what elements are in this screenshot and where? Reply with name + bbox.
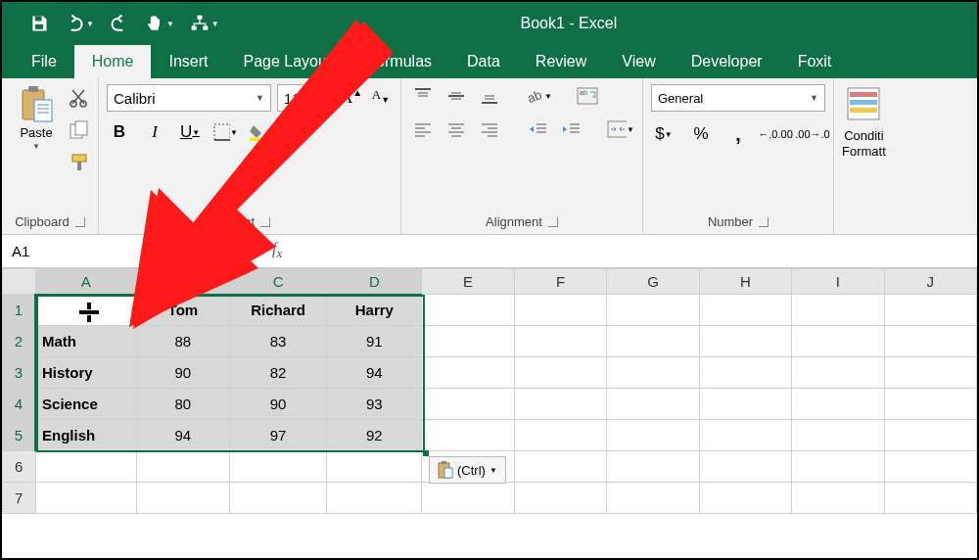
cell[interactable] xyxy=(699,326,791,357)
cell[interactable] xyxy=(422,389,514,420)
col-header[interactable]: F xyxy=(514,269,606,295)
cell[interactable] xyxy=(327,483,422,514)
tab-review[interactable]: Review xyxy=(518,45,604,78)
cell[interactable] xyxy=(422,420,514,451)
increase-font-icon[interactable]: A▲ xyxy=(340,86,363,110)
cell[interactable] xyxy=(792,357,884,389)
select-all-corner[interactable] xyxy=(3,269,36,295)
cell[interactable]: 94 xyxy=(136,420,229,451)
cell[interactable] xyxy=(884,295,976,326)
cell[interactable] xyxy=(699,357,791,389)
row-header[interactable]: 5 xyxy=(3,420,36,451)
tab-data[interactable]: Data xyxy=(449,45,518,78)
tab-page-layout[interactable]: Page Layout xyxy=(225,45,349,78)
cell[interactable] xyxy=(607,295,699,326)
cell[interactable]: English xyxy=(35,420,136,451)
insert-function-icon[interactable]: fx xyxy=(272,240,282,261)
align-left-icon[interactable] xyxy=(409,117,437,141)
cell[interactable]: 90 xyxy=(229,389,326,420)
cell[interactable] xyxy=(514,451,606,483)
dialog-launcher-icon[interactable] xyxy=(260,217,270,227)
cell[interactable] xyxy=(792,451,884,483)
decrease-indent-icon[interactable] xyxy=(525,117,552,141)
row-header[interactable]: 6 xyxy=(3,451,36,483)
cell[interactable] xyxy=(229,483,326,514)
cell[interactable] xyxy=(792,295,884,326)
cell[interactable] xyxy=(35,451,136,483)
cell[interactable]: Tom xyxy=(136,295,229,326)
cell[interactable] xyxy=(792,326,884,357)
cell[interactable] xyxy=(884,451,976,483)
cell[interactable] xyxy=(884,357,976,389)
cell[interactable] xyxy=(884,420,976,451)
accounting-format-button[interactable]: $ ▼ xyxy=(651,121,676,147)
tab-file[interactable]: File xyxy=(14,45,74,78)
cell[interactable] xyxy=(884,389,976,420)
col-header[interactable]: C xyxy=(229,269,326,295)
fill-color-button[interactable]: ▼ xyxy=(248,119,273,145)
cell[interactable]: 91 xyxy=(327,326,422,357)
org-chart-icon[interactable]: ▼ xyxy=(190,14,219,33)
row-header[interactable]: 7 xyxy=(3,483,36,514)
format-painter-icon[interactable] xyxy=(69,153,90,175)
font-name-combo[interactable]: Calibri▼ xyxy=(107,84,271,112)
cell[interactable] xyxy=(514,389,606,420)
name-box[interactable]: A1▼ xyxy=(2,235,204,267)
save-icon[interactable] xyxy=(29,14,49,33)
touch-mode-icon[interactable]: ▼ xyxy=(145,14,174,33)
cell[interactable]: Harry xyxy=(327,295,422,326)
cut-icon[interactable] xyxy=(69,88,90,111)
row-header[interactable]: 2 xyxy=(3,326,36,357)
col-header[interactable]: B xyxy=(136,269,229,295)
cell[interactable] xyxy=(699,451,791,483)
cell[interactable] xyxy=(514,295,606,326)
col-header[interactable]: I xyxy=(792,269,884,295)
cancel-icon[interactable]: ✕ xyxy=(217,242,230,260)
col-header[interactable]: H xyxy=(699,269,791,295)
cell[interactable]: 83 xyxy=(229,326,326,357)
increase-indent-icon[interactable] xyxy=(558,117,585,141)
cell[interactable] xyxy=(327,451,422,483)
col-header[interactable]: G xyxy=(607,269,699,295)
paste-options-tag[interactable]: (Ctrl) ▼ xyxy=(429,456,506,484)
cell[interactable] xyxy=(35,483,136,514)
percent-button[interactable]: % xyxy=(688,121,714,147)
cell[interactable] xyxy=(229,451,326,483)
conditional-formatting-icon[interactable] xyxy=(844,84,883,126)
cell[interactable] xyxy=(607,451,699,483)
caret-down-icon[interactable]: ▼ xyxy=(166,20,174,28)
worksheet-grid[interactable]: A B C D E F G H I J 1 Tom Richard Harry … xyxy=(2,268,977,514)
align-right-icon[interactable] xyxy=(476,117,503,141)
cell[interactable] xyxy=(514,483,606,514)
cell[interactable] xyxy=(792,483,884,514)
tab-formulas[interactable]: Formulas xyxy=(349,45,449,78)
cell[interactable] xyxy=(607,420,699,451)
caret-down-icon[interactable]: ▼ xyxy=(86,20,94,28)
cell[interactable]: Math xyxy=(35,326,136,357)
redo-button[interactable] xyxy=(110,14,129,33)
cell[interactable]: 90 xyxy=(136,357,229,389)
row-header[interactable]: 4 xyxy=(3,389,36,420)
cell[interactable] xyxy=(607,357,699,389)
cell[interactable] xyxy=(699,389,791,420)
font-color-button[interactable]: A▼ xyxy=(283,119,308,145)
align-top-icon[interactable] xyxy=(409,84,437,108)
italic-button[interactable]: I xyxy=(142,119,167,145)
col-header[interactable]: A xyxy=(35,269,136,295)
wrap-text-icon[interactable]: ab xyxy=(574,84,601,108)
copy-icon[interactable] xyxy=(69,120,90,143)
comma-button[interactable]: , xyxy=(725,121,751,147)
enter-icon[interactable]: ✓ xyxy=(244,241,258,262)
col-header[interactable]: E xyxy=(422,269,514,295)
tab-view[interactable]: View xyxy=(604,45,673,78)
cell[interactable] xyxy=(607,483,699,514)
decrease-decimal-icon[interactable]: .00→.0 xyxy=(800,121,825,147)
cell[interactable]: Science xyxy=(35,389,136,420)
cell[interactable]: 93 xyxy=(327,389,422,420)
tab-foxit[interactable]: Foxit xyxy=(780,45,850,78)
cell[interactable] xyxy=(514,326,606,357)
border-button[interactable]: ▼ xyxy=(212,119,238,145)
align-middle-icon[interactable] xyxy=(443,84,470,108)
cell[interactable] xyxy=(136,483,229,514)
cell[interactable] xyxy=(884,483,976,514)
